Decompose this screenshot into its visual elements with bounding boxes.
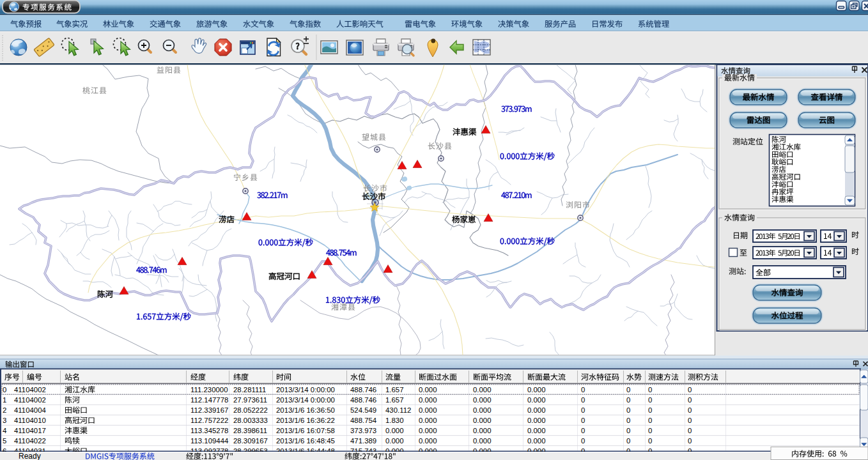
svg-text:0.000: 0.000 [527, 386, 546, 394]
svg-text:113.109444: 113.109444 [190, 437, 228, 445]
svg-text:2013/1/6 16:48:45: 2013/1/6 16:48:45 [276, 437, 335, 445]
svg-text:0.000: 0.000 [385, 437, 404, 445]
svg-text:524.549: 524.549 [350, 406, 376, 414]
svg-text:0: 0 [688, 396, 692, 404]
svg-text:0: 0 [648, 386, 652, 394]
svg-text:2013/3/14 0:00:00: 2013/3/14 0:00:00 [276, 386, 335, 394]
svg-text:0.000: 0.000 [527, 396, 546, 404]
svg-text:0: 0 [581, 427, 585, 434]
svg-text:111.230000: 111.230000 [190, 386, 228, 394]
svg-text:0.000: 0.000 [473, 427, 492, 434]
svg-text:0: 0 [648, 427, 652, 434]
svg-text:0.000: 0.000 [385, 427, 404, 434]
svg-text:41104010: 41104010 [14, 417, 46, 424]
svg-text:0.000: 0.000 [473, 386, 492, 394]
svg-text:2: 2 [3, 406, 6, 414]
svg-text:3: 3 [3, 417, 6, 424]
svg-text:0: 0 [688, 437, 692, 445]
svg-text:0: 0 [581, 396, 585, 404]
svg-text:0: 0 [626, 396, 630, 404]
svg-text:0: 0 [688, 417, 692, 424]
svg-text:0.000: 0.000 [419, 386, 437, 394]
svg-text:488.746: 488.746 [350, 386, 376, 394]
svg-text:0: 0 [581, 437, 585, 445]
svg-text:0: 0 [626, 406, 630, 414]
svg-text:0: 0 [688, 427, 692, 434]
svg-text:471.389: 471.389 [350, 437, 376, 445]
svg-text:0: 0 [648, 406, 652, 414]
svg-text:0: 0 [648, 417, 652, 424]
svg-text:1.830: 1.830 [385, 417, 404, 424]
svg-text:28.398611: 28.398611 [233, 427, 267, 434]
svg-text:2013/1/6 16:36:50: 2013/1/6 16:36:50 [276, 406, 335, 414]
svg-text:0: 0 [648, 437, 652, 445]
svg-text:28.052222: 28.052222 [233, 406, 268, 414]
svg-text:27.973611: 27.973611 [233, 396, 267, 404]
svg-text:0: 0 [626, 386, 630, 394]
svg-text:0.000: 0.000 [419, 396, 437, 404]
svg-text:0.000: 0.000 [473, 396, 492, 404]
svg-text:0: 0 [626, 437, 630, 445]
svg-text:41104002: 41104002 [14, 386, 46, 394]
svg-text:1.657: 1.657 [385, 386, 404, 394]
svg-text:488.754: 488.754 [350, 417, 376, 424]
svg-text:112.339167: 112.339167 [190, 406, 228, 414]
svg-text:0.000: 0.000 [419, 417, 437, 424]
svg-text:41104017: 41104017 [14, 427, 46, 434]
svg-text:0: 0 [688, 386, 692, 394]
svg-text:1: 1 [3, 396, 6, 404]
svg-text:113.345278: 113.345278 [190, 427, 228, 434]
svg-text:28.281111: 28.281111 [233, 386, 266, 394]
svg-text:0: 0 [688, 406, 692, 414]
svg-text:112.147778: 112.147778 [190, 396, 228, 404]
svg-text:2013/1/6 16:07:58: 2013/1/6 16:07:58 [276, 427, 335, 434]
svg-text:0.000: 0.000 [527, 417, 546, 424]
svg-text:373.973: 373.973 [350, 427, 376, 434]
svg-text:488.746: 488.746 [350, 396, 376, 404]
svg-text:0.000: 0.000 [527, 437, 546, 445]
svg-text:430.112: 430.112 [385, 406, 411, 414]
svg-text:5: 5 [3, 437, 6, 445]
svg-text:2013/3/14 0:00:00: 2013/3/14 0:00:00 [276, 396, 335, 404]
svg-text:0.000: 0.000 [419, 427, 437, 434]
svg-text:Ready: Ready [19, 452, 41, 460]
svg-text:0: 0 [626, 417, 630, 424]
svg-text:41104022: 41104022 [14, 437, 46, 445]
svg-text:0: 0 [3, 386, 6, 394]
svg-text:0.000: 0.000 [473, 417, 492, 424]
svg-text:28.003333: 28.003333 [233, 417, 268, 424]
svg-text:0: 0 [626, 427, 630, 434]
svg-text:0.000: 0.000 [419, 437, 437, 445]
svg-text:0.000: 0.000 [527, 427, 546, 434]
svg-text:0: 0 [581, 417, 585, 424]
svg-text:0: 0 [581, 406, 585, 414]
svg-text:0.000: 0.000 [527, 406, 546, 414]
svg-text:0.000: 0.000 [473, 437, 492, 445]
svg-text:0.000: 0.000 [473, 406, 492, 414]
svg-text:0.000: 0.000 [419, 406, 437, 414]
svg-text:41104002: 41104002 [14, 396, 46, 404]
svg-text:0: 0 [648, 396, 652, 404]
svg-text:4: 4 [3, 427, 6, 434]
svg-text:0: 0 [581, 386, 585, 394]
svg-text:41104004: 41104004 [14, 406, 46, 414]
svg-text:2013/1/6 16:36:22: 2013/1/6 16:36:22 [276, 417, 335, 424]
svg-text:28.309167: 28.309167 [233, 437, 268, 445]
svg-text:112.757222: 112.757222 [190, 417, 228, 424]
svg-text:1.657: 1.657 [385, 396, 404, 404]
